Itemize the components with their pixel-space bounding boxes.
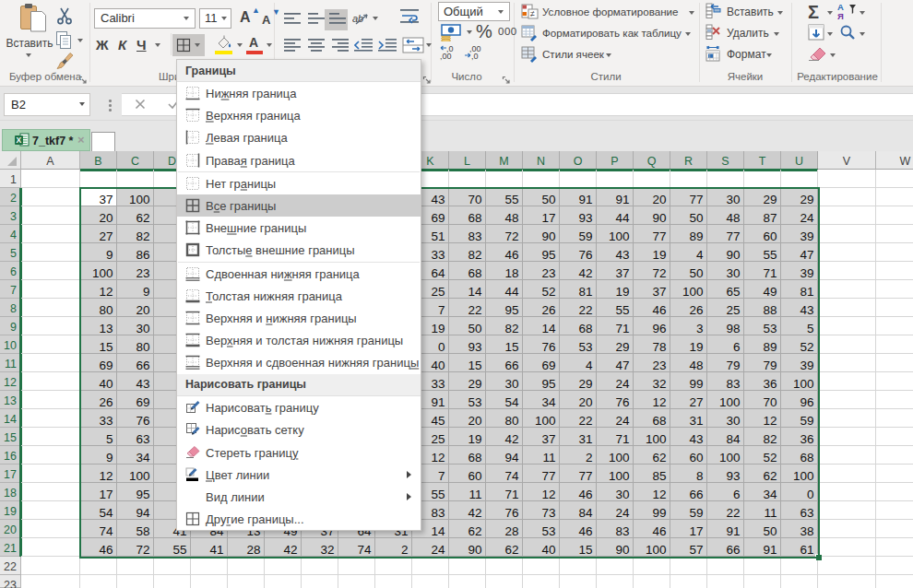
svg-text:,00: ,00	[440, 52, 452, 61]
svg-text:≠: ≠	[530, 9, 535, 18]
svg-text:Я: Я	[837, 11, 844, 20]
svg-text:X: X	[17, 135, 22, 145]
svg-text:,0: ,0	[471, 52, 479, 61]
